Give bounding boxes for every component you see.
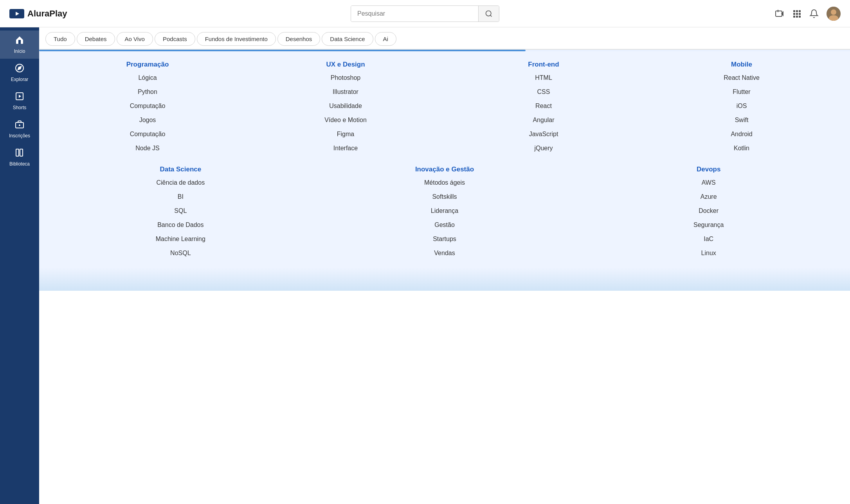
category-tab-5[interactable]: Desenhos [277,32,321,46]
search-form [351,5,499,22]
sidebar-item-explorar[interactable]: Explorar [0,59,39,87]
topic-item-1-3[interactable]: Vídeo e Motion [324,115,367,125]
svg-rect-14 [793,16,795,18]
category-tab-6[interactable]: Data Science [322,32,373,46]
topic-item-1-1[interactable]: Illustrator [333,87,358,97]
category-tab-7[interactable]: Ai [375,32,396,46]
topic-item-3-1[interactable]: Flutter [733,87,750,97]
search-bar [88,5,762,22]
topic-heading-3[interactable]: Mobile [731,61,752,68]
topic-item-2-3[interactable]: Angular [533,115,554,125]
topic-item-0-1[interactable]: Python [138,87,157,97]
topics-section: ProgramaçãoLógicaPythonComputaçãoJogosCo… [39,51,850,267]
topic-item-0-4[interactable]: Computação [130,130,166,139]
topic-item-2-0[interactable]: HTML [535,73,552,83]
sidebar-item-biblioteca[interactable]: Biblioteca [0,143,39,171]
svg-rect-11 [793,13,795,15]
topic-item-2-2[interactable]: React [535,101,552,111]
category-bar: TudoDebatesAo VivoPodcastsFundos de Inve… [39,27,850,50]
search-button[interactable] [478,6,499,22]
svg-rect-9 [796,10,798,12]
category-tab-2[interactable]: Ao Vivo [117,32,153,46]
category-tab-3[interactable]: Podcasts [155,32,195,46]
category-tab-4[interactable]: Fundos de Investimento [197,32,276,46]
topic-item-1-5[interactable]: Interface [333,144,358,153]
topic-item-r2-1-5[interactable]: Vendas [434,248,455,258]
topic-item-r2-2-3[interactable]: Segurança [693,220,724,230]
svg-point-18 [831,9,836,15]
topic-item-r2-2-5[interactable]: Linux [701,248,716,258]
search-input[interactable] [351,6,478,22]
svg-rect-16 [799,16,801,18]
svg-marker-23 [19,95,21,98]
svg-line-3 [490,15,492,16]
category-tab-0[interactable]: Tudo [45,32,75,46]
topic-heading-1[interactable]: UX e Design [326,61,365,68]
sidebar-label-biblioteca: Biblioteca [9,161,30,167]
topic-item-r2-0-5[interactable]: NoSQL [170,248,191,258]
topic-item-r2-1-1[interactable]: Softskills [432,192,457,202]
topic-item-2-5[interactable]: jQuery [534,144,553,153]
avatar[interactable] [827,7,841,21]
topic-item-r2-1-4[interactable]: Startups [433,234,456,244]
topic-column-2: Front-endHTMLCSSReactAngularJavaScriptjQ… [448,61,639,153]
logo-text: AluraPlay [27,9,67,19]
topic-item-r2-2-0[interactable]: AWS [702,178,716,187]
sidebar-label-inicio: Início [14,49,25,54]
topic-heading-r2-1[interactable]: Inovação e Gestão [415,166,474,173]
subscriptions-icon [15,120,24,131]
topic-column-r2-1: Inovação e GestãoMétodos ágeisSoftskills… [316,166,574,258]
topic-item-3-3[interactable]: Swift [735,115,749,125]
topic-item-0-0[interactable]: Lógica [138,73,157,83]
topic-column-3: MobileReact NativeFlutteriOSSwiftAndroid… [646,61,837,153]
add-video-icon[interactable] [775,9,784,18]
topic-heading-r2-2[interactable]: Devops [697,166,720,173]
topic-heading-2[interactable]: Front-end [528,61,559,68]
topic-item-2-4[interactable]: JavaScript [529,130,558,139]
topic-item-0-2[interactable]: Computação [130,101,166,111]
svg-rect-4 [776,11,782,16]
topic-heading-0[interactable]: Programação [126,61,169,68]
topic-item-3-2[interactable]: iOS [737,101,747,111]
topic-item-r2-1-0[interactable]: Métodos ágeis [424,178,465,187]
topic-item-r2-1-3[interactable]: Gestão [434,220,455,230]
svg-rect-27 [16,149,19,156]
topic-item-1-2[interactable]: Usabilidade [329,101,362,111]
topic-item-2-1[interactable]: CSS [537,87,550,97]
apps-icon[interactable] [792,9,801,18]
topic-item-3-0[interactable]: React Native [724,73,760,83]
topic-column-0: ProgramaçãoLógicaPythonComputaçãoJogosCo… [52,61,243,153]
topic-item-3-4[interactable]: Android [731,130,752,139]
topic-column-r2-0: Data ScienceCiência de dadosBISQLBanco d… [52,166,310,258]
search-icon [485,10,493,18]
topic-item-r2-0-4[interactable]: Machine Learning [156,234,205,244]
topic-heading-r2-0[interactable]: Data Science [160,166,201,173]
topic-item-r2-2-2[interactable]: Docker [699,206,719,216]
topic-item-3-5[interactable]: Kotlin [734,144,749,153]
shorts-icon [15,92,24,103]
main-content: TudoDebatesAo VivoPodcastsFundos de Inve… [39,27,850,504]
sidebar-item-inscricoes[interactable]: Inscrições [0,115,39,143]
topic-item-r2-1-2[interactable]: Liderança [431,206,458,216]
topic-item-r2-0-1[interactable]: BI [178,192,184,202]
sidebar-item-shorts[interactable]: Shorts [0,87,39,115]
svg-rect-12 [796,13,798,15]
topic-item-r2-2-1[interactable]: Azure [701,192,717,202]
topic-item-0-5[interactable]: Node JS [135,144,159,153]
topics-grid-row1: ProgramaçãoLógicaPythonComputaçãoJogosCo… [52,61,837,153]
topic-item-r2-2-4[interactable]: IaC [704,234,713,244]
topic-item-1-4[interactable]: Figma [337,130,354,139]
sidebar-item-inicio[interactable]: Início [0,31,39,59]
topic-item-1-0[interactable]: Photoshop [331,73,361,83]
topic-item-r2-0-0[interactable]: Ciência de dados [157,178,205,187]
svg-rect-10 [799,10,801,12]
topic-item-0-3[interactable]: Jogos [139,115,156,125]
topic-item-r2-0-3[interactable]: Banco de Dados [157,220,203,230]
notifications-icon[interactable] [809,9,819,18]
topic-item-r2-0-2[interactable]: SQL [174,206,187,216]
svg-rect-15 [796,16,798,18]
topics-grid-row2: Data ScienceCiência de dadosBISQLBanco d… [52,166,837,258]
logo[interactable]: AluraPlay [9,9,88,19]
category-tab-1[interactable]: Debates [77,32,115,46]
svg-rect-13 [799,13,801,15]
